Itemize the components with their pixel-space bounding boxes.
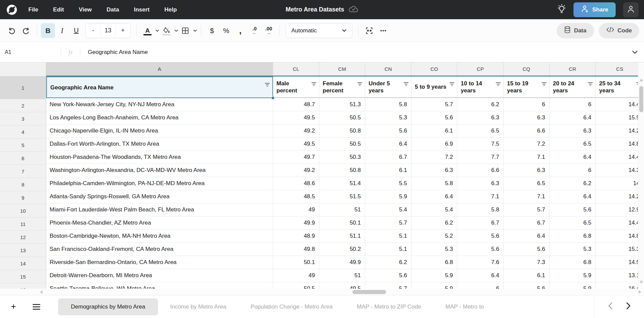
cell-value-row16-colcl[interactable]: 50.5 xyxy=(273,282,319,289)
cell-value-row6-colcq[interactable]: 7.1 xyxy=(504,151,549,164)
cell-value-row14-colcr[interactable]: 6.8 xyxy=(549,256,596,269)
row-header-8[interactable]: 8 xyxy=(0,178,46,191)
cell-value-row13-colcn[interactable]: 5.1 xyxy=(365,243,411,256)
scroll-left-arrow-icon[interactable] xyxy=(40,290,43,294)
cell-value-row15-colcq[interactable]: 6.1 xyxy=(504,269,549,282)
decrease-decimals-button[interactable]: .0 ← xyxy=(247,23,262,38)
cell-value-row2-colcp[interactable]: 6.2 xyxy=(457,98,504,111)
cell-value-row3-colcq[interactable]: 6.3 xyxy=(504,111,549,124)
column-header-cp[interactable]: CP xyxy=(457,62,504,76)
cell-value-row10-colcn[interactable]: 5.4 xyxy=(365,203,411,216)
cell-value-row8-colcp[interactable]: 6.3 xyxy=(457,177,504,190)
column-header-cm[interactable]: CM xyxy=(319,62,365,76)
borders-chevron-icon[interactable] xyxy=(193,29,197,32)
row-header-11[interactable]: 11 xyxy=(0,218,46,231)
cell-value-row10-colcq[interactable]: 5.7 xyxy=(504,203,549,216)
filter-icon[interactable] xyxy=(357,81,363,88)
formula-bar-expand-chevron-icon[interactable] xyxy=(632,50,638,54)
cell-value-row12-colcs[interactable]: 14.8 xyxy=(596,230,638,243)
menu-item-help[interactable]: Help xyxy=(164,6,177,13)
cell-value-row16-colco[interactable]: 5.9 xyxy=(411,282,457,289)
add-sheet-button[interactable]: + xyxy=(7,300,20,314)
cell-value-row5-colcm[interactable]: 50.5 xyxy=(319,138,365,151)
cell-value-row10-colco[interactable]: 5.4 xyxy=(411,203,457,216)
row-header-6[interactable]: 6 xyxy=(0,152,46,165)
cell-value-row3-colcn[interactable]: 5.3 xyxy=(365,111,411,124)
menu-item-data[interactable]: Data xyxy=(107,6,119,13)
cell-value-row15-colcn[interactable]: 5.6 xyxy=(365,269,411,282)
cell-value-row7-colcm[interactable]: 50.8 xyxy=(319,164,365,177)
header-cell-under-5-years[interactable]: Under 5 years xyxy=(365,77,411,98)
cell-value-row6-colcs[interactable]: 14.4 xyxy=(596,151,638,164)
fill-color-button[interactable] xyxy=(159,23,173,38)
thousands-separator-button[interactable]: , xyxy=(233,23,247,38)
cell-value-row5-colcs[interactable]: 14.8 xyxy=(596,138,638,151)
header-cell-5-to-9-years[interactable]: 5 to 9 years xyxy=(411,77,457,98)
cell-name-row13[interactable]: San Francisco-Oakland-Fremont, CA Metro … xyxy=(46,243,273,256)
cell-name-row10[interactable]: Miami-Fort Lauderdale-West Palm Beach, F… xyxy=(46,203,273,216)
share-button[interactable]: Share xyxy=(573,2,616,17)
cell-value-row11-colcn[interactable]: 5.7 xyxy=(365,216,411,230)
menu-item-insert[interactable]: Insert xyxy=(134,6,150,13)
cell-value-row2-colco[interactable]: 5.7 xyxy=(411,98,457,111)
cell-value-row3-colcp[interactable]: 6.3 xyxy=(457,111,504,124)
filter-icon[interactable] xyxy=(588,81,593,88)
row-header-13[interactable]: 13 xyxy=(0,244,46,257)
column-header-co[interactable]: CO xyxy=(411,62,457,76)
cell-value-row4-colcq[interactable]: 6.6 xyxy=(504,124,549,138)
cell-value-row3-colco[interactable]: 5.6 xyxy=(411,111,457,124)
cell-value-row16-colcs[interactable]: 16.4 xyxy=(596,282,638,289)
cell-value-row9-colco[interactable]: 6.4 xyxy=(411,190,457,203)
cell-value-row14-colcl[interactable]: 50.1 xyxy=(273,256,319,269)
cell-value-row6-colcl[interactable]: 49.7 xyxy=(273,151,319,164)
cell-value-row6-colco[interactable]: 7.2 xyxy=(411,151,457,164)
cell-value-row7-colcl[interactable]: 49.2 xyxy=(273,164,319,177)
cell-value-row15-colcp[interactable]: 6.4 xyxy=(457,269,504,282)
row-header-3[interactable]: 3 xyxy=(0,112,46,125)
cell-value-row9-colcn[interactable]: 5.9 xyxy=(365,190,411,203)
increase-decimals-button[interactable]: .00 → xyxy=(262,23,276,38)
cell-value-row9-colcq[interactable]: 7.1 xyxy=(504,190,549,203)
formula-input[interactable]: Geographic Area Name xyxy=(88,49,631,56)
cell-value-row7-colcs[interactable]: 14.3 xyxy=(596,164,638,177)
row-header-5[interactable]: 5 xyxy=(0,139,46,152)
column-header-cl[interactable]: CL xyxy=(273,62,319,76)
column-header-cq[interactable]: CQ xyxy=(504,62,549,76)
header-cell-25-to-34-years[interactable]: 25 to 34 years xyxy=(596,77,638,98)
code-panel-button[interactable]: Code xyxy=(599,23,640,38)
cell-value-row12-colco[interactable]: 5.2 xyxy=(411,230,457,243)
cell-value-row8-colcs[interactable]: 14 xyxy=(596,177,638,190)
cell-value-row7-colcp[interactable]: 6.6 xyxy=(457,164,504,177)
cell-value-row12-colcq[interactable]: 6.4 xyxy=(504,230,549,243)
row-header-15[interactable]: 15 xyxy=(0,270,46,283)
cell-value-row15-colcl[interactable]: 49 xyxy=(273,269,319,282)
cell-value-row4-colcn[interactable]: 5.6 xyxy=(365,124,411,138)
cell-value-row4-colcr[interactable]: 6.3 xyxy=(549,124,596,138)
cell-value-row16-colcn[interactable]: 5.7 xyxy=(365,282,411,289)
cell-name-row15[interactable]: Detroit-Warren-Dearborn, MI Metro Area xyxy=(46,269,273,282)
cell-value-row11-colcr[interactable]: 6.5 xyxy=(549,216,596,230)
cell-value-row9-colcr[interactable]: 6.4 xyxy=(549,190,596,203)
header-cell-15-to-19-years[interactable]: 15 to 19 years xyxy=(504,77,549,98)
cell-value-row11-colcs[interactable]: 14.4 xyxy=(596,216,638,230)
cell-value-row16-colcq[interactable]: 5.6 xyxy=(504,282,549,289)
column-header-a[interactable]: A xyxy=(46,62,273,76)
row-header-1[interactable]: 1 xyxy=(0,77,46,99)
selected-cell-a1[interactable]: Geographic Area Name xyxy=(46,77,273,98)
cell-value-row11-colcm[interactable]: 50.1 xyxy=(319,216,365,230)
tab-map-metro-to[interactable]: MAP - Metro to xyxy=(433,303,496,310)
header-cell-20-to-24-years[interactable]: 20 to 24 years xyxy=(549,77,596,98)
cell-value-row11-colcp[interactable]: 6.7 xyxy=(457,216,504,230)
cell-value-row7-colcn[interactable]: 6.1 xyxy=(365,164,411,177)
cell-value-row8-colco[interactable]: 5.8 xyxy=(411,177,457,190)
cell-value-row11-colcl[interactable]: 49.9 xyxy=(273,216,319,230)
cell-value-row16-colcm[interactable]: 49.5 xyxy=(319,282,365,289)
autofit-button[interactable] xyxy=(362,23,376,38)
cell-value-row7-colco[interactable]: 6.3 xyxy=(411,164,457,177)
filter-icon[interactable] xyxy=(449,81,455,88)
cell-name-row8[interactable]: Philadelphia-Camden-Wilmington, PA-NJ-DE… xyxy=(46,177,273,190)
percent-format-button[interactable]: % xyxy=(219,23,233,38)
redo-button[interactable] xyxy=(19,23,33,38)
cell-value-row5-colcp[interactable]: 7.5 xyxy=(457,138,504,151)
cell-value-row15-colco[interactable]: 5.9 xyxy=(411,269,457,282)
